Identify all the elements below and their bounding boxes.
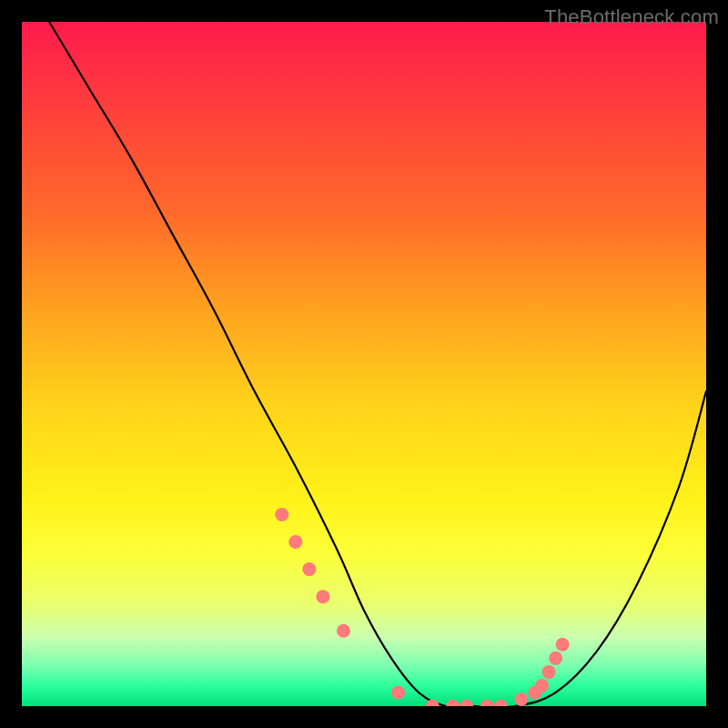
marker-dot [337, 624, 350, 638]
watermark-text: TheBottleneck.com [544, 5, 719, 29]
marker-dot [535, 679, 549, 693]
marker-dot [460, 700, 473, 707]
plot-svg [22, 22, 706, 706]
marker-dot [316, 590, 329, 603]
marker-dot [275, 508, 288, 521]
bottleneck-curve [49, 22, 706, 706]
marker-dot [446, 700, 460, 707]
marker-dot [288, 535, 302, 549]
marker-dots [275, 508, 569, 706]
marker-dot [302, 562, 316, 576]
marker-dot [391, 685, 405, 699]
chart-canvas [22, 22, 706, 706]
marker-dot [556, 638, 570, 652]
marker-dot [426, 700, 440, 707]
marker-dot [542, 665, 556, 679]
marker-dot [514, 693, 528, 706]
marker-dot [480, 700, 494, 707]
marker-dot [494, 700, 508, 707]
marker-dot [549, 652, 562, 665]
